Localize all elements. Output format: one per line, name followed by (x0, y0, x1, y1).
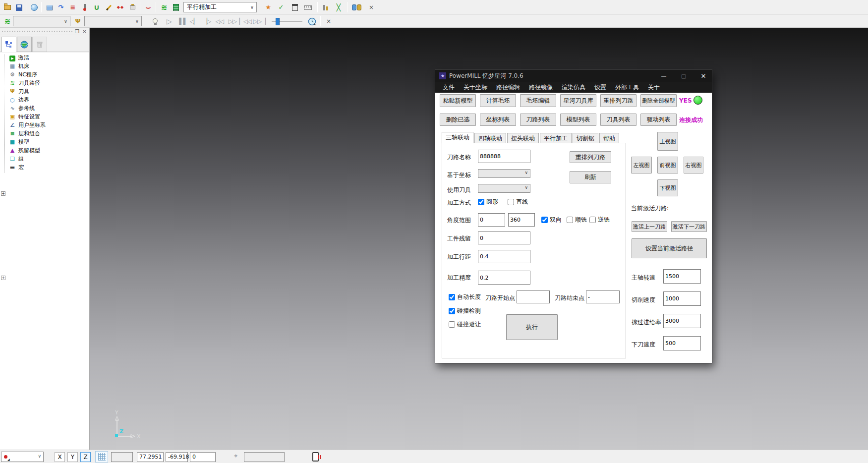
drive-list-button[interactable]: 驱动列表 (640, 114, 677, 126)
dialog-titlebar[interactable]: ★ PowerMILL 忆梦星河 7.0.6 — ▢ ✕ (435, 70, 712, 82)
plunge-feed-input[interactable] (663, 336, 701, 350)
auto-length-checkbox[interactable]: 自动长度 (449, 293, 481, 301)
axis-z-button[interactable]: Z (80, 452, 91, 462)
menu-path-mirror[interactable]: 路径镜像 (524, 83, 557, 92)
menu-path-edit[interactable]: 路径编辑 (492, 83, 524, 92)
strategy-list-icon[interactable] (171, 2, 181, 13)
panel-grip[interactable]: ❐ ✕ (0, 28, 89, 35)
check-tool-icon[interactable]: ✓ (276, 2, 287, 13)
speed-slider[interactable] (272, 21, 302, 22)
toolpath-list-button[interactable]: 刀路列表 (520, 114, 556, 126)
tab-swivel-head[interactable]: 摆头联动 (507, 133, 539, 143)
activate-next-toolpath-button[interactable]: 激活下一刀路 (671, 221, 707, 232)
fast-forward-icon[interactable]: ▷▷ (227, 16, 238, 27)
tool-block-icon[interactable] (127, 2, 138, 13)
path-end-input[interactable] (586, 290, 620, 303)
coord-x-display[interactable]: 77.2951 (137, 452, 164, 462)
tool-icon[interactable]: Ψ (72, 16, 83, 27)
save-icon[interactable] (13, 2, 24, 13)
ruler-icon[interactable] (302, 2, 313, 13)
menu-about[interactable]: 关于 (643, 83, 664, 92)
tab-parallel[interactable]: 平行加工 (540, 133, 572, 143)
tool-holder-icon[interactable]: ∪ (91, 2, 102, 13)
status-field-right[interactable] (244, 452, 285, 462)
tab-recycle[interactable] (32, 37, 47, 52)
menu-about-coords[interactable]: 关于坐标 (459, 83, 492, 92)
angle-to-input[interactable] (508, 213, 535, 227)
tab-explorer[interactable] (1, 37, 16, 52)
menu-settings[interactable]: 设置 (590, 83, 611, 92)
play-icon[interactable]: ▷ (164, 16, 174, 27)
pause-icon[interactable]: ▐▐ (175, 16, 186, 27)
speed-slider-handle[interactable] (276, 18, 280, 25)
tool-pair-icon[interactable] (320, 2, 331, 13)
return-arrow-icon[interactable]: ↷ (56, 2, 66, 13)
expand-icon[interactable]: + (1, 191, 5, 196)
coord-list-button[interactable]: 坐标列表 (480, 114, 516, 126)
axis-x-button[interactable]: X (55, 452, 65, 462)
spindle-speed-input[interactable] (663, 269, 701, 284)
menu-file[interactable]: 文件 (438, 83, 459, 92)
autolen-checkbox-input[interactable] (449, 294, 455, 300)
front-view-button[interactable]: 前视图 (657, 157, 678, 174)
minimize-button[interactable]: — (660, 73, 667, 79)
close-button[interactable]: ✕ (700, 72, 707, 80)
tab-4axis[interactable]: 四轴联动 (474, 133, 506, 143)
ball-tool-icon[interactable] (79, 2, 90, 13)
circle-checkbox-input[interactable] (478, 199, 484, 205)
delete-selected-button[interactable]: 删除已选 (440, 114, 476, 126)
block-icon[interactable] (44, 2, 55, 13)
mode-circle-checkbox[interactable]: 圆形 (478, 198, 498, 206)
tree-item-toolpaths[interactable]: ≋ 刀具路径 (0, 79, 89, 87)
toolpath-name-input[interactable] (478, 150, 530, 163)
coord-z-display[interactable]: 0 (190, 452, 216, 462)
coord-y-display[interactable]: -69.918 (166, 452, 188, 462)
tool-arc-icon[interactable]: ⌣ (143, 2, 154, 13)
left-view-button[interactable]: 左视图 (631, 157, 652, 174)
clock-icon[interactable] (306, 16, 317, 27)
tolerance-input[interactable] (478, 271, 530, 285)
status-field-left[interactable] (111, 452, 133, 462)
chevron-down-icon[interactable]: ∨ (250, 2, 254, 12)
conv-checkbox-input[interactable] (589, 217, 596, 223)
compute-stock-button[interactable]: 计算毛坯 (480, 94, 516, 107)
tree-item-models[interactable]: ■ 模型 (0, 138, 89, 146)
bottom-view-button[interactable]: 下视图 (657, 179, 678, 196)
chevron-down-icon[interactable]: ∨ (135, 16, 139, 26)
use-tool-select[interactable]: ∨ (478, 184, 530, 193)
climb-mill-checkbox[interactable]: 顺铣 (567, 216, 587, 224)
delete-all-models-button[interactable]: 删除全部模型 (640, 94, 677, 107)
maximize-button[interactable]: ▢ (680, 73, 687, 79)
toolpath-icon[interactable]: ≋ (2, 16, 13, 27)
step-forward-icon[interactable]: ▕▷ (201, 16, 212, 27)
mode-line-checkbox[interactable]: 直线 (508, 198, 528, 206)
execute-button[interactable]: 执行 (506, 314, 558, 340)
collision-avoid-checkbox[interactable]: 碰撞避让 (449, 320, 481, 329)
collision-check-checkbox[interactable]: 碰撞检测 (449, 307, 481, 315)
tree-item-machine[interactable]: ▦ 机床 (0, 62, 89, 70)
tree-item-nc-program[interactable]: ⚙ NC程序 (0, 70, 89, 79)
tool-library-button[interactable]: 星河刀具库 (560, 94, 596, 107)
stock-allowance-input[interactable] (478, 232, 530, 244)
close-panel-icon[interactable]: ✕ (81, 28, 88, 35)
close-toolbar-icon[interactable]: × (366, 2, 377, 13)
calculator-icon[interactable] (289, 2, 300, 13)
points-icon[interactable]: ◆◆ (115, 2, 126, 13)
bidirectional-checkbox[interactable]: 双向 (541, 216, 562, 224)
go-start-icon[interactable]: ▏◁◁ (240, 16, 251, 27)
rewind-icon[interactable]: ◁◁ (214, 16, 225, 27)
paste-new-model-button[interactable]: 粘贴新模型 (440, 94, 476, 107)
top-view-button[interactable]: 上视图 (657, 132, 678, 151)
rearrange-button[interactable]: 重排列刀路 (570, 151, 611, 163)
tree-item-feature-sets[interactable]: ▣ 特征设置 (0, 113, 89, 121)
tree-item-workplanes[interactable]: + ∠ 用户坐标系 (0, 121, 89, 129)
tree-item-macros[interactable]: + ▬ 宏 (0, 163, 89, 172)
draw-tool-icon[interactable] (103, 2, 114, 13)
lightbulb-icon[interactable] (150, 16, 161, 27)
strategy-combobox[interactable]: 平行精加工 ∨ (183, 2, 257, 12)
tree-item-patterns[interactable]: ∿ 参考线 (0, 104, 89, 113)
snap-combobox[interactable]: ◢ ∨ (1, 452, 44, 462)
grid-toggle-button[interactable] (95, 451, 108, 463)
close-toolbar-icon[interactable]: × (323, 16, 334, 27)
bidir-checkbox-input[interactable] (541, 217, 548, 223)
